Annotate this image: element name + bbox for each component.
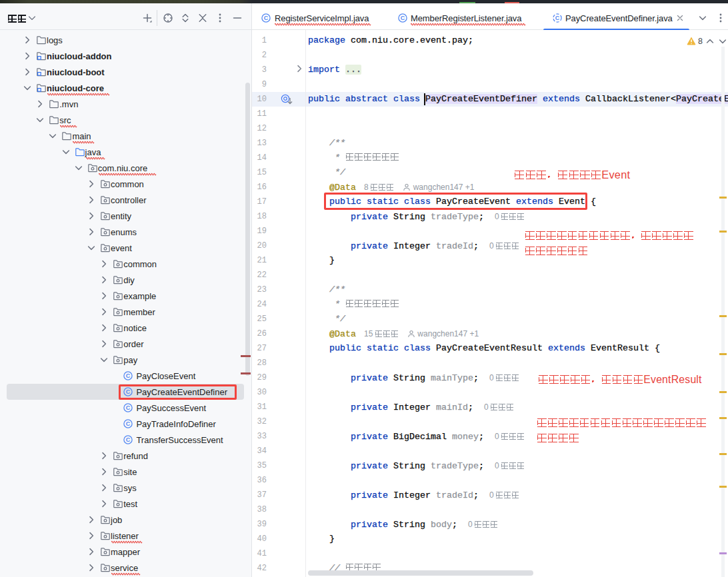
svg-text:C: C (401, 15, 405, 21)
svg-text:C: C (126, 420, 131, 427)
svg-text:C: C (264, 15, 269, 21)
svg-text:C: C (126, 404, 131, 411)
svg-text:C: C (555, 15, 560, 21)
svg-text:C: C (126, 436, 131, 443)
svg-text:C: C (126, 372, 131, 379)
